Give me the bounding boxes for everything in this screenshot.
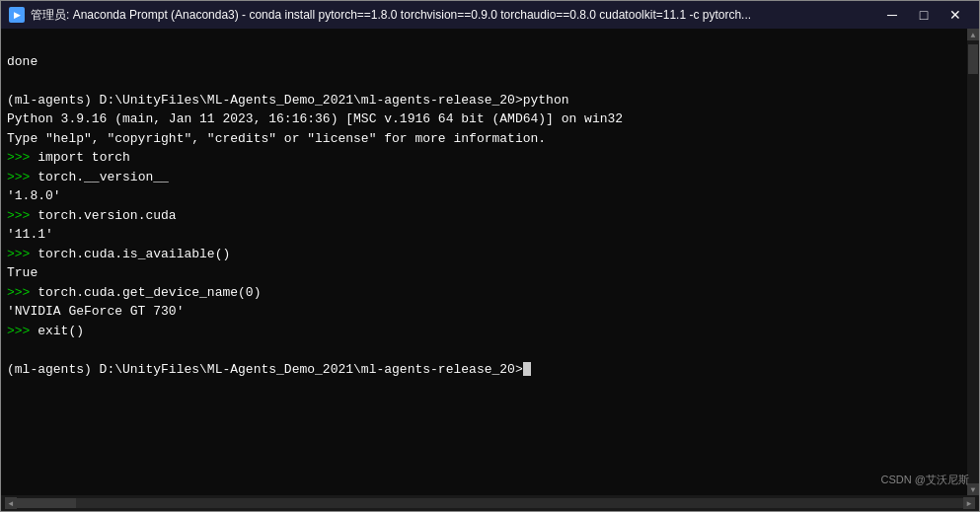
output-line-3: (ml-agents) D:\UnityFiles\ML-Agents_Demo… <box>7 93 569 108</box>
maximize-button[interactable]: □ <box>908 1 940 29</box>
output-line-7: >>> torch.__version__ <box>7 170 169 184</box>
terminal-window: ▶ 管理员: Anaconda Prompt (Anaconda3) - con… <box>0 0 980 512</box>
output-line-14: 'NVIDIA GeForce GT 730' <box>7 304 184 319</box>
scroll-right-arrow[interactable]: ► <box>963 497 975 509</box>
output-line-4: Python 3.9.16 (main, Jan 11 2023, 16:16:… <box>7 111 623 126</box>
terminal-output[interactable]: done (ml-agents) D:\UnityFiles\ML-Agents… <box>1 29 967 495</box>
output-line-1: done <box>7 54 38 69</box>
bottom-scrollbar-bar: ◄ ► <box>1 495 979 511</box>
output-line-5: Type "help", "copyright", "credits" or "… <box>7 131 546 146</box>
horizontal-scroll-thumb[interactable] <box>17 498 76 508</box>
output-line-12: True <box>7 265 38 280</box>
output-line-6: >>> import torch <box>7 150 130 165</box>
close-button[interactable]: ✕ <box>940 1 971 29</box>
scroll-left-arrow[interactable]: ◄ <box>5 497 17 509</box>
output-line-15: >>> exit() <box>7 324 84 338</box>
scroll-thumb[interactable] <box>968 44 978 74</box>
output-line-17: (ml-agents) D:\UnityFiles\ML-Agents_Demo… <box>7 362 531 377</box>
output-line-8: '1.8.0' <box>7 188 61 203</box>
watermark: CSDN @艾沃尼斯 <box>881 473 969 487</box>
minimize-button[interactable]: ─ <box>876 1 908 29</box>
window-controls: ─ □ ✕ <box>876 1 971 29</box>
output-line-13: >>> torch.cuda.get_device_name(0) <box>7 285 261 300</box>
title-bar: ▶ 管理员: Anaconda Prompt (Anaconda3) - con… <box>1 1 979 29</box>
window-title: 管理员: Anaconda Prompt (Anaconda3) - conda… <box>31 7 868 24</box>
scroll-up-arrow[interactable]: ▲ <box>967 29 979 40</box>
vertical-scrollbar[interactable]: ▲ ▼ <box>967 29 979 495</box>
output-line-11: >>> torch.cuda.is_available() <box>7 247 230 261</box>
output-line-9: >>> torch.version.cuda <box>7 208 177 223</box>
horizontal-scrollbar-track[interactable] <box>17 498 963 508</box>
terminal-body: done (ml-agents) D:\UnityFiles\ML-Agents… <box>1 29 979 495</box>
app-icon: ▶ <box>9 7 25 23</box>
output-line-10: '11.1' <box>7 227 53 242</box>
